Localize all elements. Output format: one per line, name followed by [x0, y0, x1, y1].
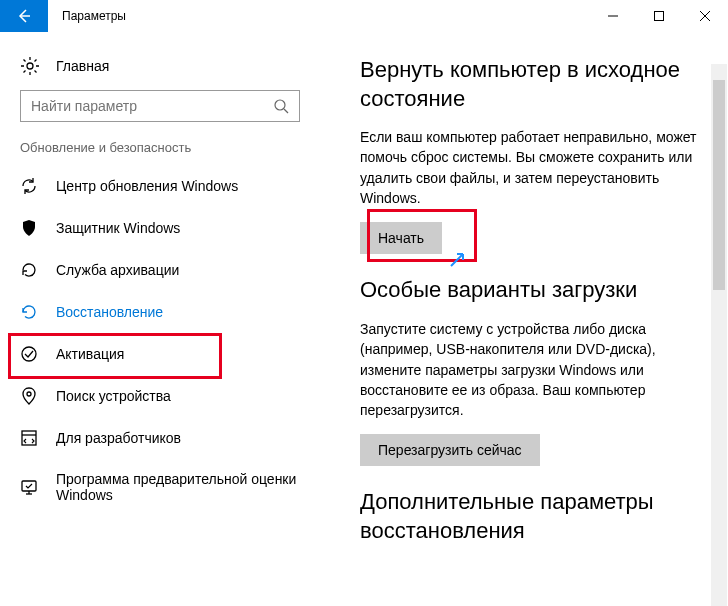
advanced-heading: Особые варианты загрузки — [360, 276, 698, 305]
svg-rect-12 — [22, 481, 36, 491]
nav-insider[interactable]: Программа предварительной оценки Windows — [0, 459, 320, 515]
gear-icon — [20, 56, 40, 76]
activation-icon — [20, 345, 38, 363]
nav-label: Программа предварительной оценки Windows — [56, 471, 300, 503]
home-link[interactable]: Главная — [0, 48, 320, 90]
search-box[interactable] — [20, 90, 300, 122]
main-panel: Вернуть компьютер в исходное состояние Е… — [320, 32, 728, 606]
minimize-button[interactable] — [590, 0, 636, 32]
svg-point-9 — [27, 392, 31, 396]
vertical-scrollbar[interactable] — [711, 64, 727, 606]
nav-windows-update[interactable]: Центр обновления Windows — [0, 165, 320, 207]
backup-icon — [20, 261, 38, 279]
nav-label: Поиск устройства — [56, 388, 171, 404]
more-options-heading: Дополнительные параметры восстановления — [360, 488, 698, 545]
section-header: Обновление и безопасность — [0, 140, 320, 165]
nav-activation[interactable]: Активация — [0, 333, 320, 375]
close-button[interactable] — [682, 0, 728, 32]
titlebar: Параметры — [0, 0, 728, 32]
recovery-icon — [20, 303, 38, 321]
nav-developers[interactable]: Для разработчиков — [0, 417, 320, 459]
arrow-left-icon — [16, 8, 32, 24]
nav-label: Восстановление — [56, 304, 163, 320]
nav-label: Центр обновления Windows — [56, 178, 238, 194]
scroll-thumb[interactable] — [713, 80, 725, 290]
shield-icon — [20, 219, 38, 237]
nav-backup[interactable]: Служба архивации — [0, 249, 320, 291]
svg-point-6 — [275, 100, 285, 110]
nav-label: Защитник Windows — [56, 220, 180, 236]
svg-line-7 — [284, 109, 288, 113]
svg-point-5 — [27, 63, 33, 69]
developers-icon — [20, 429, 38, 447]
home-label: Главная — [56, 58, 109, 74]
nav-label: Активация — [56, 346, 124, 362]
maximize-icon — [654, 11, 664, 21]
nav-find-device[interactable]: Поиск устройства — [0, 375, 320, 417]
sync-icon — [20, 177, 38, 195]
nav-label: Для разработчиков — [56, 430, 181, 446]
nav-recovery[interactable]: Восстановление — [0, 291, 320, 333]
restart-now-button[interactable]: Перезагрузить сейчас — [360, 434, 540, 466]
reset-heading: Вернуть компьютер в исходное состояние — [360, 56, 698, 113]
maximize-button[interactable] — [636, 0, 682, 32]
reset-description: Если ваш компьютер работает неправильно,… — [360, 127, 698, 208]
insider-icon — [20, 478, 38, 496]
window-title: Параметры — [48, 0, 140, 32]
nav-windows-defender[interactable]: Защитник Windows — [0, 207, 320, 249]
find-device-icon — [20, 387, 38, 405]
reset-start-button[interactable]: Начать — [360, 222, 442, 254]
svg-rect-10 — [22, 431, 36, 445]
search-icon — [273, 98, 289, 114]
sidebar: Главная Обновление и безопасность Центр … — [0, 32, 320, 606]
search-input[interactable] — [31, 98, 273, 114]
svg-point-8 — [22, 347, 36, 361]
minimize-icon — [608, 11, 618, 21]
back-button[interactable] — [0, 0, 48, 32]
nav-label: Служба архивации — [56, 262, 179, 278]
close-icon — [700, 11, 710, 21]
advanced-description: Запустите систему с устройства либо диск… — [360, 319, 698, 420]
svg-rect-2 — [655, 12, 664, 21]
